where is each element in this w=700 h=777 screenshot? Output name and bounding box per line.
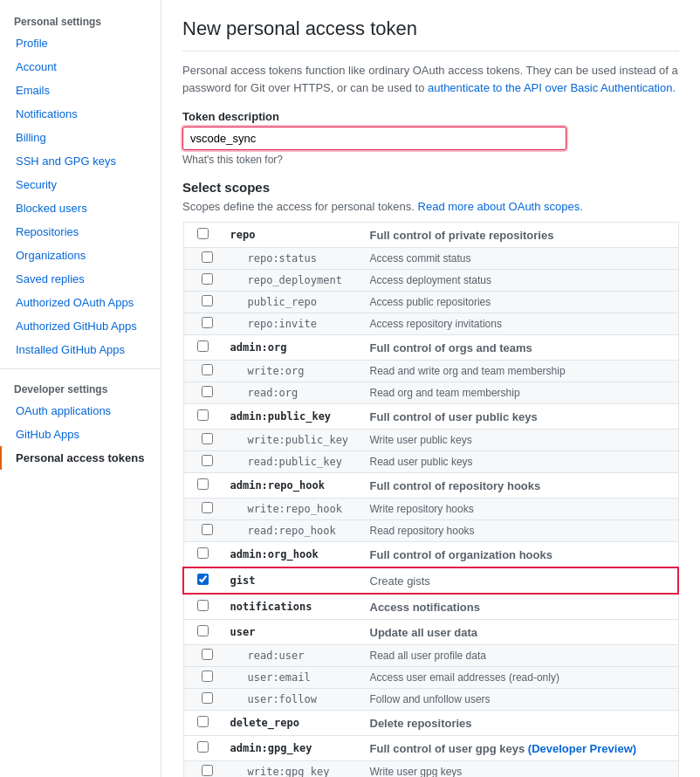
sidebar-item-authorized-github[interactable]: Authorized GitHub Apps — [0, 314, 161, 338]
scope-read-public-key-check-cell — [183, 451, 222, 473]
scope-read-repo-hook-name: read:repo_hook — [222, 520, 361, 542]
sidebar-item-repositories[interactable]: Repositories — [0, 220, 161, 244]
scope-user-name: user — [222, 620, 361, 645]
scope-admin-org-hook-checkbox[interactable] — [197, 547, 209, 559]
scopes-table: repo Full control of private repositorie… — [182, 222, 679, 777]
scope-gist-desc: Create gists — [361, 567, 679, 594]
scope-repo-deployment-check-cell — [183, 270, 222, 292]
intro-link[interactable]: authenticate to the API over Basic Authe… — [428, 81, 676, 94]
scope-user-check-cell — [183, 620, 222, 645]
sidebar-item-billing[interactable]: Billing — [0, 126, 161, 149]
sidebar-item-emails[interactable]: Emails — [0, 79, 161, 102]
sidebar-item-account[interactable]: Account — [0, 55, 161, 79]
scope-gist-checkbox[interactable] — [197, 574, 209, 585]
scope-admin-repo-hook-desc: Full control of repository hooks — [361, 473, 679, 499]
scope-user-email-desc: Access user email addresses (read-only) — [361, 667, 679, 689]
scope-repo-invite-name: repo:invite — [222, 313, 361, 335]
app-layout: Personal settings Profile Account Emails… — [0, 0, 700, 777]
sidebar-section-developer: Developer settings — [0, 376, 161, 399]
scope-gist: gist Create gists — [183, 567, 678, 594]
scope-write-org-checkbox[interactable] — [202, 364, 213, 375]
scope-delete-repo-checkbox[interactable] — [197, 716, 209, 727]
sidebar: Personal settings Profile Account Emails… — [0, 0, 161, 777]
scope-read-user-checkbox[interactable] — [202, 649, 213, 660]
scope-read-public-key-checkbox[interactable] — [202, 455, 213, 466]
scope-admin-repo-hook: admin:repo_hook Full control of reposito… — [183, 473, 678, 499]
scope-admin-gpg-key: admin:gpg_key Full control of user gpg k… — [183, 736, 678, 761]
scope-repo-check-cell — [183, 223, 222, 248]
scope-admin-public-key-check-cell — [183, 404, 222, 430]
scope-read-public-key-desc: Read user public keys — [361, 451, 679, 473]
scope-read-user: read:user Read all user profile data — [183, 645, 678, 667]
scope-write-repo-hook-name: write:repo_hook — [222, 499, 361, 520]
scope-write-public-key-checkbox[interactable] — [202, 433, 213, 444]
scope-admin-repo-hook-checkbox[interactable] — [197, 478, 209, 490]
scope-write-gpg-key-checkbox[interactable] — [202, 765, 213, 776]
scope-admin-public-key: admin:public_key Full control of user pu… — [183, 404, 678, 430]
scope-admin-org-hook-name: admin:org_hook — [222, 542, 361, 568]
scope-user-email-checkbox[interactable] — [202, 670, 213, 682]
scope-write-gpg-key-desc: Write user gpg keys — [361, 761, 679, 778]
scopes-desc: Scopes define the access for personal to… — [182, 200, 679, 213]
scope-read-org-desc: Read org and team membership — [361, 382, 679, 404]
scope-read-repo-hook-check-cell — [183, 520, 222, 542]
scope-repo-deployment-checkbox[interactable] — [202, 273, 213, 285]
scope-write-repo-hook-checkbox[interactable] — [202, 502, 213, 513]
scope-write-repo-hook: write:repo_hook Write repository hooks — [183, 499, 678, 520]
scope-admin-gpg-key-checkbox[interactable] — [197, 741, 209, 753]
scope-public-repo-desc: Access public repositories — [361, 292, 679, 313]
scope-repo-deployment-name: repo_deployment — [222, 270, 361, 292]
scope-user-follow-name: user:follow — [222, 689, 361, 711]
token-description-input[interactable] — [182, 127, 566, 150]
scope-repo-checkbox[interactable] — [197, 228, 209, 239]
scope-public-repo-checkbox[interactable] — [202, 295, 213, 306]
sidebar-item-ssh-gpg[interactable]: SSH and GPG keys — [0, 149, 161, 173]
scopes-section: Select scopes Scopes define the access f… — [182, 180, 679, 777]
scope-user-follow-checkbox[interactable] — [202, 692, 213, 704]
sidebar-item-saved-replies[interactable]: Saved replies — [0, 267, 161, 291]
scopes-oauth-link[interactable]: Read more about OAuth scopes. — [418, 200, 583, 213]
sidebar-item-notifications[interactable]: Notifications — [0, 102, 161, 126]
scope-write-public-key: write:public_key Write user public keys — [183, 430, 678, 451]
scope-repo-invite-check-cell — [183, 313, 222, 335]
sidebar-item-security[interactable]: Security — [0, 173, 161, 196]
scope-user-email-check-cell — [183, 667, 222, 689]
scope-public-repo-check-cell — [183, 292, 222, 313]
sidebar-item-personal-access-tokens[interactable]: Personal access tokens — [0, 446, 161, 470]
sidebar-item-installed-github[interactable]: Installed GitHub Apps — [0, 338, 161, 361]
sidebar-item-blocked-users[interactable]: Blocked users — [0, 196, 161, 220]
scope-admin-org-hook: admin:org_hook Full control of organizat… — [183, 542, 678, 568]
scope-repo-name: repo — [222, 223, 361, 248]
scope-read-user-desc: Read all user profile data — [361, 645, 679, 667]
scope-repo-status-check-cell — [183, 248, 222, 270]
scope-repo-status-checkbox[interactable] — [202, 251, 213, 263]
scope-delete-repo: delete_repo Delete repositories — [183, 711, 678, 736]
token-description-hint: What's this token for? — [182, 154, 679, 166]
scope-write-org-check-cell — [183, 361, 222, 382]
scope-user-email-name: user:email — [222, 667, 361, 689]
sidebar-item-oauth-apps[interactable]: OAuth applications — [0, 399, 161, 423]
scope-read-repo-hook-checkbox[interactable] — [202, 524, 213, 535]
sidebar-item-authorized-oauth[interactable]: Authorized OAuth Apps — [0, 291, 161, 314]
scope-repo-invite-desc: Access repository invitations — [361, 313, 679, 335]
sidebar-item-profile[interactable]: Profile — [0, 31, 161, 55]
sidebar-item-organizations[interactable]: Organizations — [0, 244, 161, 267]
scope-repo-deployment: repo_deployment Access deployment status — [183, 270, 678, 292]
scope-notifications-checkbox[interactable] — [197, 600, 209, 611]
scope-read-user-name: read:user — [222, 645, 361, 667]
scope-user-email: user:email Access user email addresses (… — [183, 667, 678, 689]
developer-preview-link[interactable]: (Developer Preview) — [528, 742, 636, 755]
scope-repo-deployment-desc: Access deployment status — [361, 270, 679, 292]
scope-write-gpg-key-check-cell — [183, 761, 222, 778]
scope-user-follow-check-cell — [183, 689, 222, 711]
scope-user-checkbox[interactable] — [197, 625, 209, 636]
scope-admin-org-checkbox[interactable] — [197, 340, 209, 352]
sidebar-item-github-apps[interactable]: GitHub Apps — [0, 423, 161, 446]
scope-repo-invite: repo:invite Access repository invitation… — [183, 313, 678, 335]
scope-read-org-check-cell — [183, 382, 222, 404]
scope-read-org-checkbox[interactable] — [202, 386, 213, 397]
scope-write-repo-hook-check-cell — [183, 499, 222, 520]
scope-repo-invite-checkbox[interactable] — [202, 317, 213, 328]
scope-notifications-check-cell — [183, 594, 222, 620]
scope-admin-public-key-checkbox[interactable] — [197, 409, 209, 421]
